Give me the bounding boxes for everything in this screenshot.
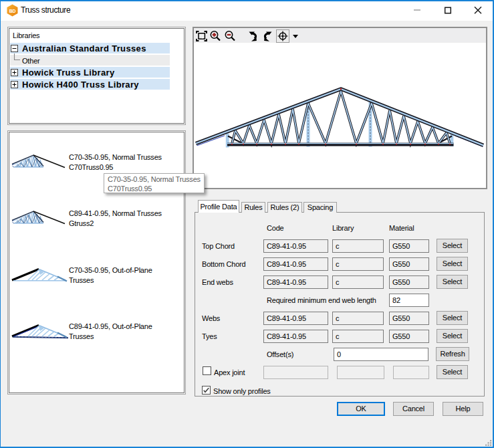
svg-text:BD: BD [9, 9, 16, 13]
